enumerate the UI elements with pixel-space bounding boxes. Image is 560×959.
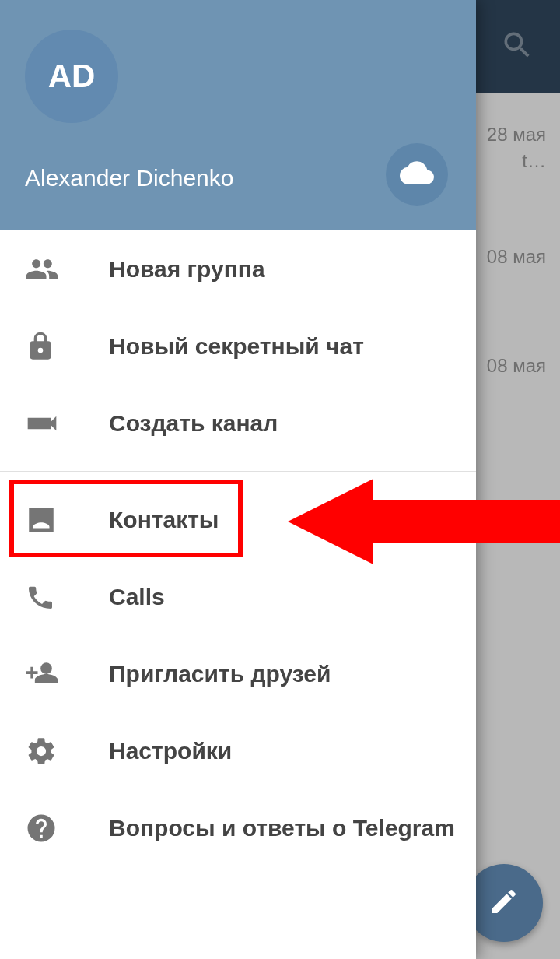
megaphone-icon [25, 406, 78, 441]
cloud-icon [400, 156, 434, 193]
menu-label: Пригласить друзей [109, 661, 331, 687]
new-message-fab[interactable] [465, 864, 543, 942]
gear-icon [25, 735, 78, 768]
menu-item-new-group[interactable]: Новая группа [0, 230, 476, 307]
drawer-header: AD Alexander Dichenko [0, 0, 476, 230]
drawer-scrim[interactable] [474, 0, 560, 959]
menu-item-calls[interactable]: Calls [0, 558, 476, 635]
menu-label: Calls [109, 584, 165, 610]
navigation-drawer: AD Alexander Dichenko Новая группа Н [0, 0, 476, 959]
saved-messages-button[interactable] [386, 143, 448, 206]
menu-label: Вопросы и ответы о Telegram [109, 815, 455, 841]
menu-item-faq[interactable]: Вопросы и ответы о Telegram [0, 789, 476, 866]
menu-item-contacts[interactable]: Контакты [0, 481, 476, 558]
menu-label: Контакты [109, 507, 219, 533]
avatar-initials: AD [48, 58, 96, 95]
user-avatar[interactable]: AD [25, 30, 118, 123]
menu-label: Настройки [109, 738, 232, 764]
phone-icon [25, 581, 78, 613]
drawer-menu: Новая группа Новый секретный чат Создать… [0, 230, 476, 959]
pencil-icon [488, 886, 520, 920]
help-icon [25, 812, 78, 845]
menu-label: Новая группа [109, 256, 265, 283]
person-add-icon [25, 657, 78, 691]
menu-divider [0, 471, 476, 472]
menu-item-invite-friends[interactable]: Пригласить друзей [0, 635, 476, 712]
menu-item-new-secret-chat[interactable]: Новый секретный чат [0, 307, 476, 385]
menu-label: Создать канал [109, 410, 278, 437]
menu-item-settings[interactable]: Настройки [0, 712, 476, 789]
menu-label: Новый секретный чат [109, 333, 364, 360]
user-name: Alexander Dichenko [25, 165, 234, 191]
contact-icon [25, 504, 78, 536]
group-icon [25, 252, 78, 286]
menu-item-new-channel[interactable]: Создать канал [0, 385, 476, 462]
lock-icon [25, 331, 78, 362]
